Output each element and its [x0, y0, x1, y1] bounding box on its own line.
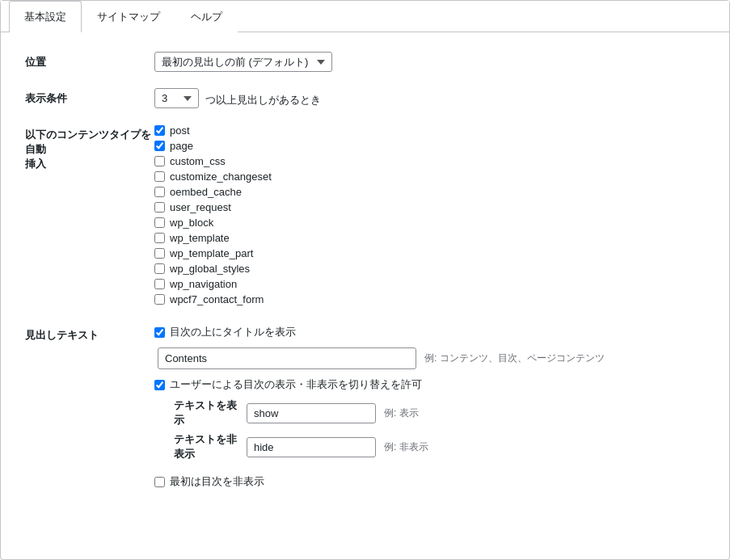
title-input-row: 例: コンテンツ、目次、ページコンテンツ — [158, 347, 705, 369]
display-condition-suffix: つ以上見出しがあるとき — [205, 90, 321, 107]
content-type-post-label: post — [170, 124, 190, 137]
content-types-list: post page custom_css customize_changeset — [154, 124, 705, 305]
toggle-label-text: ユーザーによる目次の表示・非表示を切り替えを許可 — [170, 377, 422, 392]
show-title-text: 目次の上にタイトルを表示 — [170, 325, 296, 339]
show-hint: 例: 表示 — [384, 406, 419, 420]
list-item: customize_changeset — [154, 171, 705, 183]
list-item: oembed_cache — [154, 186, 705, 198]
display-condition-control: 1 2 3 4 5 つ以上見出しがあるとき — [154, 88, 705, 108]
checkbox-post[interactable] — [154, 125, 165, 136]
list-item: user_request — [154, 201, 705, 213]
toggle-section: ユーザーによる目次の表示・非表示を切り替えを許可 テキストを表示 例: 表示 テ… — [154, 377, 705, 461]
tab-content: 位置 最初の見出しの前 (デフォルト) 最初の見出しの後 ページの最初 ページの… — [1, 32, 729, 524]
checkbox-wp-navigation[interactable] — [154, 279, 165, 289]
hide-text-input[interactable] — [247, 437, 376, 457]
toggle-checkbox-label[interactable]: ユーザーによる目次の表示・非表示を切り替えを許可 — [154, 377, 705, 392]
title-hint: 例: コンテンツ、目次、ページコンテンツ — [424, 352, 605, 365]
position-control: 最初の見出しの前 (デフォルト) 最初の見出しの後 ページの最初 ページの最後 — [154, 52, 705, 72]
toggle-checkbox[interactable] — [154, 380, 165, 390]
display-condition-label: 表示条件 — [25, 88, 154, 106]
tab-bar: 基本設定 サイトマップ ヘルプ — [1, 1, 729, 32]
list-item: custom_css — [154, 155, 705, 167]
checkbox-oembed-cache[interactable] — [154, 187, 165, 197]
list-item: wp_template — [154, 232, 705, 244]
list-item: page — [154, 140, 705, 152]
content-type-wp-block-label: wp_block — [170, 217, 213, 229]
initial-hide-row: 最初は目次を非表示 — [154, 474, 705, 489]
position-select[interactable]: 最初の見出しの前 (デフォルト) 最初の見出しの後 ページの最初 ページの最後 — [154, 52, 332, 72]
tab-basic[interactable]: 基本設定 — [9, 1, 82, 32]
initial-hide-checkbox[interactable] — [154, 477, 165, 487]
position-row: 位置 最初の見出しの前 (デフォルト) 最初の見出しの後 ページの最初 ページの… — [25, 52, 705, 72]
checkbox-customize-changeset[interactable] — [154, 171, 165, 182]
content-type-custom-css-label: custom_css — [170, 155, 226, 167]
content-types-control: post page custom_css customize_changeset — [154, 124, 705, 309]
content-types-label: 以下のコンテンツタイプを自動 挿入 — [25, 124, 154, 172]
show-text-row: テキストを表示 例: 表示 — [174, 398, 705, 427]
content-type-wpcf7-contact-form-label: wpcf7_contact_form — [170, 293, 264, 305]
checkbox-wp-block[interactable] — [154, 217, 165, 228]
content-type-oembed-cache-label: oembed_cache — [170, 186, 242, 198]
checkbox-wp-template-part[interactable] — [154, 248, 165, 259]
content-types-row: 以下のコンテンツタイプを自動 挿入 post page custom_css — [25, 124, 705, 309]
checkbox-wpcf7-contact-form[interactable] — [154, 294, 165, 305]
display-condition-number-select[interactable]: 1 2 3 4 5 — [154, 88, 199, 108]
title-input[interactable] — [158, 347, 416, 369]
show-text-input[interactable] — [247, 403, 376, 423]
tab-sitemap[interactable]: サイトマップ — [82, 1, 175, 32]
show-title-checkbox-label[interactable]: 目次の上にタイトルを表示 — [154, 325, 705, 339]
content-type-wp-global-styles-label: wp_global_styles — [170, 263, 250, 275]
content-type-customize-changeset-label: customize_changeset — [170, 171, 272, 183]
display-condition-row: 表示条件 1 2 3 4 5 つ以上見出しがあるとき — [25, 88, 705, 108]
toggle-inputs: テキストを表示 例: 表示 テキストを非表示 例: 非表示 — [174, 398, 705, 461]
checkbox-wp-global-styles[interactable] — [154, 263, 165, 274]
checkbox-custom-css[interactable] — [154, 156, 165, 166]
settings-container: 基本設定 サイトマップ ヘルプ 位置 最初の見出しの前 (デフォルト) 最初の見… — [0, 0, 730, 560]
hide-hint: 例: 非表示 — [384, 440, 428, 454]
list-item: wp_block — [154, 217, 705, 229]
checkbox-wp-template[interactable] — [154, 233, 165, 243]
show-text-label: テキストを表示 — [174, 398, 238, 427]
content-type-wp-navigation-label: wp_navigation — [170, 278, 237, 290]
hide-text-label: テキストを非表示 — [174, 432, 238, 461]
content-type-user-request-label: user_request — [170, 201, 231, 213]
list-item: wp_global_styles — [154, 263, 705, 275]
checkbox-user-request[interactable] — [154, 202, 165, 213]
heading-text-label: 見出しテキスト — [25, 325, 154, 343]
list-item: wpcf7_contact_form — [154, 293, 705, 305]
checkbox-page[interactable] — [154, 141, 165, 151]
heading-text-row: 見出しテキスト 目次の上にタイトルを表示 例: コンテンツ、目次、ページコンテン… — [25, 325, 705, 489]
list-item: wp_navigation — [154, 278, 705, 290]
content-type-wp-template-label: wp_template — [170, 232, 230, 244]
show-title-checkbox[interactable] — [154, 327, 165, 338]
heading-text-control: 目次の上にタイトルを表示 例: コンテンツ、目次、ページコンテンツ ユーザーによ… — [154, 325, 705, 489]
list-item: post — [154, 124, 705, 137]
content-type-page-label: page — [170, 140, 193, 152]
list-item: wp_template_part — [154, 247, 705, 259]
hide-text-row: テキストを非表示 例: 非表示 — [174, 432, 705, 461]
position-label: 位置 — [25, 52, 154, 69]
tab-help[interactable]: ヘルプ — [175, 1, 238, 32]
initial-hide-label: 最初は目次を非表示 — [170, 474, 264, 489]
content-type-wp-template-part-label: wp_template_part — [170, 247, 253, 259]
